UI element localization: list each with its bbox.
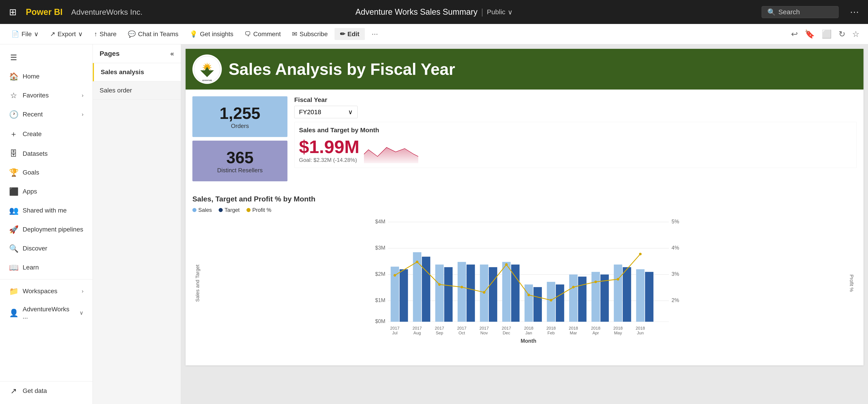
bar-dark	[645, 272, 653, 322]
svg-text:4%: 4%	[672, 245, 679, 251]
target-legend-label: Target	[224, 207, 240, 213]
svg-text:Nov: Nov	[480, 331, 488, 335]
database-icon: 🗄	[9, 149, 18, 158]
profit-dot	[438, 283, 441, 286]
subscribe-button[interactable]: ✉ Subscribe	[287, 28, 332, 40]
bookmark-button[interactable]: 🔖	[803, 28, 817, 41]
profit-dot	[394, 274, 396, 277]
share-button[interactable]: ↑ Share	[90, 28, 121, 40]
resellers-value: 365	[226, 148, 253, 167]
sidebar-item-adventureworks[interactable]: 👤 AdventureWorks ... ∨	[0, 301, 93, 325]
refresh-button[interactable]: ↻	[837, 28, 847, 41]
sidebar-item-shared[interactable]: 👥 Shared with me	[0, 201, 93, 220]
undo-button[interactable]: ↩	[789, 28, 800, 41]
svg-text:Mar: Mar	[570, 331, 577, 335]
sidebar-item-learn[interactable]: 📖 Learn	[0, 258, 93, 277]
sidebar-item-recent[interactable]: 🕐 Recent ›	[0, 105, 93, 124]
y2-axis-label: Profit %	[846, 217, 857, 349]
page-item-sales-analysis[interactable]: Sales analysis	[93, 63, 181, 81]
sidebar-item-goals[interactable]: 🏆 Goals	[0, 163, 93, 182]
report-canvas: ADVENTURE Sales Analysis by Fiscal Year …	[186, 49, 864, 365]
favorite-button[interactable]: ☆	[850, 28, 861, 41]
collapse-pages-button[interactable]: «	[170, 50, 174, 58]
more-options-icon[interactable]: ⋯	[850, 7, 859, 17]
bar-light	[525, 284, 533, 322]
report-title-bar: Adventure Works Sales Summary | Public ∨	[355, 7, 513, 17]
svg-text:Jul: Jul	[392, 331, 398, 335]
page-item-sales-order[interactable]: Sales order	[93, 81, 181, 100]
profit-dot	[594, 280, 597, 283]
sidebar-item-apps[interactable]: ⬛ Apps	[0, 182, 93, 201]
sidebar-item-favorites[interactable]: ☆ Favorites ›	[0, 86, 93, 105]
sidebar-item-deployment[interactable]: 🚀 Deployment pipelines	[0, 220, 93, 239]
file-label: File	[22, 31, 32, 38]
envelope-icon: ✉	[292, 30, 297, 38]
sales-target-label: Sales and Target by Month	[299, 127, 852, 134]
toolbar-more-button[interactable]: ⋯	[367, 28, 382, 40]
search-box[interactable]: 🔍 Search	[762, 6, 839, 18]
toolbar-right-actions: ↩ 🔖 ⬜ ↻ ☆	[789, 28, 861, 41]
visibility-selector[interactable]: Public ∨	[487, 8, 513, 16]
sidebar-item-label: Datasets	[23, 150, 48, 157]
fiscal-year-dropdown[interactable]: FY2018 ∨	[294, 106, 358, 118]
chevron-down-icon: ∨	[508, 8, 513, 16]
file-button[interactable]: 📄 File ∨	[7, 28, 43, 40]
svg-text:$0M: $0M	[375, 318, 385, 324]
edit-button[interactable]: ✏ Edit	[335, 28, 365, 40]
content-area: ADVENTURE Sales Analysis by Fiscal Year …	[181, 44, 868, 404]
bar-light	[569, 274, 578, 322]
sidebar-item-label: AdventureWorks ...	[23, 306, 75, 320]
chart-legend: Sales Target Profit %	[192, 207, 857, 213]
shared-icon: 👥	[9, 206, 18, 215]
legend-sales: Sales	[192, 207, 212, 213]
edit-label: Edit	[347, 31, 360, 38]
pages-title: Pages	[100, 50, 120, 58]
sidebar-item-label: Get data	[23, 387, 47, 395]
bar-light	[458, 262, 466, 322]
bar-light	[547, 282, 555, 322]
sidebar-item-label: Workspaces	[23, 288, 58, 295]
orders-kpi-card: 1,255 Orders	[192, 96, 287, 137]
mini-area-chart	[364, 136, 418, 163]
sidebar-item-datasets[interactable]: 🗄 Datasets	[0, 144, 93, 163]
chat-button[interactable]: 💬 Chat in Teams	[123, 28, 183, 40]
home-icon: 🏠	[9, 72, 18, 81]
sidebar-item-label: Apps	[23, 188, 37, 195]
learn-icon: 📖	[9, 263, 18, 272]
sidebar-item-create[interactable]: ＋ Create	[0, 124, 93, 144]
insights-button[interactable]: 💡 Get insights	[185, 28, 238, 40]
svg-text:2018: 2018	[591, 326, 600, 331]
profit-dot	[505, 263, 508, 266]
svg-text:2017: 2017	[479, 326, 489, 331]
main-layout: ☰ 🏠 Home ☆ Favorites › 🕐 Recent › ＋ Crea…	[0, 44, 868, 404]
svg-text:2017: 2017	[412, 326, 422, 331]
bar-dark	[556, 284, 564, 322]
profit-dot	[527, 294, 530, 296]
export-chevron-icon: ∨	[78, 30, 83, 38]
bar-light	[435, 265, 444, 322]
waffle-icon[interactable]: ⊞	[9, 7, 17, 17]
resellers-kpi-card: 365 Distinct Resellers	[192, 141, 287, 181]
sidebar-item-discover[interactable]: 🔍 Discover	[0, 239, 93, 258]
powerbi-logo: Power BI	[26, 7, 63, 17]
svg-text:Oct: Oct	[459, 331, 465, 335]
sidebar-item-workspaces[interactable]: 📁 Workspaces ›	[0, 282, 93, 301]
plus-icon: ＋	[9, 129, 18, 139]
sidebar-toggle[interactable]: ☰	[0, 48, 93, 67]
comment-button[interactable]: 🗨 Comment	[240, 28, 285, 40]
chevron-right-icon: ›	[82, 111, 84, 117]
svg-text:Jun: Jun	[637, 331, 644, 335]
sidebar-item-home[interactable]: 🏠 Home	[0, 67, 93, 86]
svg-text:2%: 2%	[672, 297, 679, 303]
sidebar-item-label: Deployment pipelines	[23, 226, 83, 233]
svg-text:2017: 2017	[435, 326, 444, 331]
pages-header: Pages «	[93, 44, 181, 63]
bar-dark	[422, 257, 430, 322]
bar-dark	[489, 267, 497, 322]
export-button[interactable]: ↗ Export ∨	[45, 28, 87, 40]
view-button[interactable]: ⬜	[820, 28, 834, 41]
visibility-label: Public	[487, 8, 505, 16]
sidebar-item-get-data[interactable]: ↗ Get data	[0, 381, 93, 400]
bar-dark	[466, 265, 475, 322]
subscribe-label: Subscribe	[300, 31, 328, 38]
